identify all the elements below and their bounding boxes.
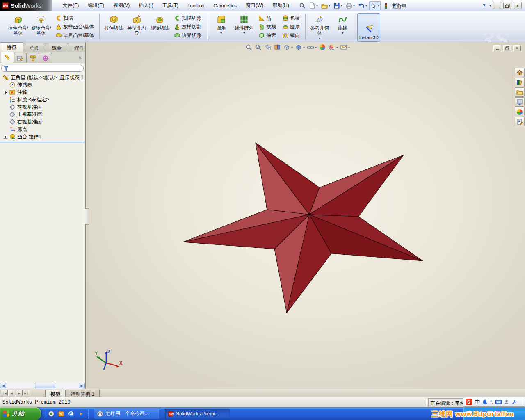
dropdown-caret-icon[interactable]: ▾ <box>291 46 293 49</box>
dimxpertmanager-tab[interactable] <box>39 53 52 63</box>
camera-view-button[interactable]: ▾ <box>340 43 350 51</box>
curves-button[interactable]: 曲线 ▾ <box>331 13 354 40</box>
print-button[interactable]: ▾ <box>345 1 356 10</box>
featuremanager-tab[interactable] <box>1 52 14 63</box>
scrollbar-track[interactable] <box>6 383 79 388</box>
media-player-icon[interactable] <box>78 411 84 417</box>
tab-scroll-left-button[interactable]: ◀ <box>8 390 15 396</box>
zoom-to-fit-button[interactable] <box>245 43 253 51</box>
star-model[interactable] <box>86 42 525 389</box>
tree-item-sensors[interactable]: 传感器 <box>0 81 85 89</box>
menu-insert[interactable]: 插入(I) <box>134 0 158 11</box>
design-library-tab[interactable] <box>515 78 525 87</box>
revolved-cut-button[interactable]: 旋转切除 <box>148 13 171 40</box>
previous-view-button[interactable] <box>264 43 272 51</box>
hole-wizard-button[interactable]: 异型孔向导 <box>125 13 148 40</box>
view-orientation-button[interactable]: ▾ <box>283 43 293 51</box>
select-tool-button[interactable]: ▾ <box>369 1 381 10</box>
tree-item-top-plane[interactable]: 上视基准面 <box>0 111 85 118</box>
help-button[interactable]: ? <box>482 3 486 9</box>
ime-settings-wrench-icon[interactable] <box>511 399 517 405</box>
mirror-button[interactable]: 镜向 <box>281 32 301 39</box>
revolved-boss-button[interactable]: 旋转凸台/基体 <box>30 13 52 40</box>
tree-item-material[interactable]: 材质 <未指定> <box>0 96 85 103</box>
menu-view[interactable]: 视图(V) <box>109 0 134 11</box>
doc-restore-button[interactable] <box>503 45 511 51</box>
tree-item-front-plane[interactable]: 前视基准面 <box>0 103 85 111</box>
tab-scroll-first-button[interactable]: ❘◀ <box>1 390 8 396</box>
appearances-scenes-tab[interactable] <box>515 107 525 116</box>
tree-item-origin[interactable]: 原点 <box>0 126 85 133</box>
fillet-button[interactable]: 圆角 ▾ <box>210 13 233 40</box>
new-document-button[interactable]: ▾ <box>308 1 319 10</box>
section-view-button[interactable] <box>273 43 281 51</box>
menu-file[interactable]: 文件(F) <box>58 0 83 11</box>
lofted-boss-button[interactable]: 放样凸台/基体 <box>54 23 96 30</box>
expand-icon[interactable] <box>4 135 7 139</box>
view-settings-button[interactable]: ▾ <box>328 43 338 51</box>
search-button[interactable] <box>298 1 307 10</box>
reference-geometry-button[interactable]: 参考几何体 ▾ <box>308 13 331 40</box>
filter-input[interactable] <box>10 66 83 71</box>
boundary-cut-button[interactable]: 边界切除 <box>173 32 203 39</box>
solidworks-resources-tab[interactable] <box>515 68 525 77</box>
rib-button[interactable]: 筋 <box>257 14 278 22</box>
hide-show-items-button[interactable]: ▾ <box>306 43 317 51</box>
mail-client-icon[interactable] <box>58 411 64 417</box>
menu-camnetics[interactable]: Camnetics <box>209 1 241 11</box>
view-palette-tab[interactable] <box>515 97 525 107</box>
menu-help[interactable]: 帮助(H) <box>268 0 294 11</box>
expand-icon[interactable] <box>4 91 7 94</box>
start-button[interactable]: 开始 <box>0 407 41 420</box>
ime-language-toggle[interactable]: 中 <box>475 398 480 406</box>
tab-features[interactable]: 特征 <box>0 42 23 52</box>
sogou-ime-icon[interactable]: S <box>466 399 472 405</box>
menu-edit[interactable]: 编辑(E) <box>83 0 109 11</box>
scroll-right-button[interactable]: ▶ <box>79 383 85 388</box>
dropdown-caret-icon[interactable]: ▾ <box>365 4 367 7</box>
dome-button[interactable]: 圆顶 <box>281 23 301 30</box>
dropdown-caret-icon[interactable]: ▾ <box>489 4 491 7</box>
extruded-cut-button[interactable]: 拉伸切除 <box>102 13 125 40</box>
quick-launch-app-icon[interactable] <box>48 411 55 417</box>
boundary-boss-button[interactable]: 边界凸台/基体 <box>54 32 96 39</box>
open-button[interactable]: ▾ <box>320 1 331 10</box>
restore-button[interactable] <box>503 2 511 9</box>
instant3d-toggle[interactable]: Instant3D <box>357 13 380 42</box>
custom-properties-tab[interactable] <box>515 117 525 126</box>
propertymanager-tab[interactable] <box>14 53 27 63</box>
wrap-button[interactable]: CD包覆 <box>281 14 301 22</box>
motion-study-tab[interactable]: 运动算例 1 <box>65 390 100 397</box>
soft-keyboard-icon[interactable] <box>495 400 502 404</box>
tab-scroll-last-button[interactable]: ▶❘ <box>23 390 30 396</box>
dropdown-caret-icon[interactable]: ▾ <box>315 46 317 49</box>
tree-item-right-plane[interactable]: 右视基准面 <box>0 118 85 126</box>
tab-sheet-metal[interactable]: 钣金 <box>46 43 68 52</box>
dropdown-caret-icon[interactable]: ▾ <box>243 31 245 35</box>
tree-horizontal-scrollbar[interactable]: ◀ ▶ <box>0 383 85 388</box>
ime-punctuation-toggle[interactable]: °, <box>490 399 493 404</box>
tree-root-part[interactable]: 五角星 (默认<<默认>_显示状态 1 <box>0 74 85 81</box>
shell-button[interactable]: 抽壳 <box>257 32 278 39</box>
taskbar-browser-window[interactable]: 怎样用一个命令画... <box>94 409 159 419</box>
panel-collapse-handle[interactable] <box>85 208 89 225</box>
extruded-boss-button[interactable]: 拉伸凸台/基体 <box>7 13 30 40</box>
save-button[interactable]: ▾ <box>332 1 344 10</box>
display-style-button[interactable]: ▾ <box>294 43 305 51</box>
menu-window[interactable]: 窗口(W) <box>241 0 268 11</box>
dropdown-caret-icon[interactable]: ▾ <box>353 4 355 7</box>
draft-button[interactable]: 拔模 <box>257 23 278 30</box>
apply-scene-button[interactable] <box>318 43 326 51</box>
user-profile-icon[interactable] <box>504 399 509 405</box>
graphics-viewport[interactable]: ▾ ▾ ▾ ▾ ▾ × X Y Z <box>85 42 525 389</box>
panel-overflow-chevron[interactable]: » <box>79 55 82 63</box>
file-explorer-tab[interactable] <box>515 87 525 97</box>
tree-item-boss-extrude1[interactable]: 凸台-拉伸1 <box>0 133 85 140</box>
fullwidth-moon-icon[interactable] <box>482 399 488 405</box>
dropdown-caret-icon[interactable]: ▾ <box>220 31 222 35</box>
menu-tools[interactable]: 工具(T) <box>158 0 183 11</box>
undo-button[interactable]: ▾ <box>357 1 368 10</box>
model-tab[interactable]: 模型 <box>45 390 66 397</box>
internet-explorer-icon[interactable] <box>68 411 74 417</box>
dropdown-caret-icon[interactable]: ▾ <box>303 46 305 49</box>
